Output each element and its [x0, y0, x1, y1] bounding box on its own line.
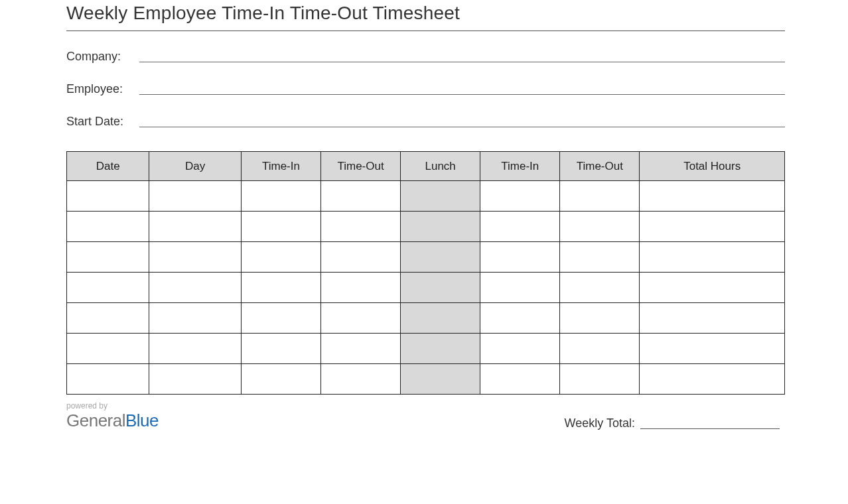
- meta-section: Company: Employee: Start Date:: [66, 50, 785, 129]
- table-cell[interactable]: [321, 242, 401, 273]
- brand-blue: Blue: [125, 410, 159, 430]
- timesheet-table: Date Day Time-In Time-Out Lunch Time-In …: [66, 151, 785, 395]
- table-cell[interactable]: [401, 334, 480, 364]
- table-cell[interactable]: [321, 364, 401, 395]
- table-cell[interactable]: [241, 364, 320, 395]
- th-date: Date: [67, 152, 149, 181]
- table-cell[interactable]: [401, 364, 480, 395]
- table-row: [67, 273, 785, 303]
- table-cell[interactable]: [149, 334, 241, 364]
- table-cell[interactable]: [241, 334, 320, 364]
- table-cell[interactable]: [401, 303, 480, 334]
- table-cell[interactable]: [480, 364, 560, 395]
- table-row: [67, 242, 785, 273]
- weekly-total-label: Weekly Total:: [565, 416, 640, 430]
- table-cell[interactable]: [149, 273, 241, 303]
- page-title: Weekly Employee Time-In Time-Out Timeshe…: [66, 0, 785, 31]
- table-cell[interactable]: [560, 303, 640, 334]
- employee-input-line[interactable]: [139, 94, 785, 95]
- powered-by-text: powered by: [66, 401, 159, 410]
- th-totalhours: Total Hours: [640, 152, 785, 181]
- weekly-total: Weekly Total:: [565, 416, 780, 430]
- table-cell[interactable]: [149, 212, 241, 242]
- table-cell[interactable]: [640, 212, 785, 242]
- table-cell[interactable]: [149, 242, 241, 273]
- startdate-label: Start Date:: [66, 115, 139, 129]
- table-cell[interactable]: [640, 364, 785, 395]
- employee-row: Employee:: [66, 82, 785, 96]
- table-cell[interactable]: [640, 242, 785, 273]
- table-cell[interactable]: [401, 273, 480, 303]
- th-timein-1: Time-In: [241, 152, 320, 181]
- table-cell[interactable]: [149, 364, 241, 395]
- table-cell[interactable]: [149, 303, 241, 334]
- table-row: [67, 181, 785, 212]
- table-cell[interactable]: [560, 364, 640, 395]
- table-cell[interactable]: [480, 303, 560, 334]
- table-cell[interactable]: [480, 212, 560, 242]
- th-timein-2: Time-In: [480, 152, 560, 181]
- table-cell[interactable]: [321, 181, 401, 212]
- table-cell[interactable]: [560, 334, 640, 364]
- table-cell[interactable]: [241, 273, 320, 303]
- table-cell[interactable]: [149, 181, 241, 212]
- table-cell[interactable]: [640, 303, 785, 334]
- weekly-total-input-line[interactable]: [640, 428, 780, 429]
- table-cell[interactable]: [321, 303, 401, 334]
- table-cell[interactable]: [67, 303, 149, 334]
- table-cell[interactable]: [241, 181, 320, 212]
- brand-name: GeneralBlue: [66, 410, 159, 431]
- table-cell[interactable]: [67, 212, 149, 242]
- table-cell[interactable]: [401, 181, 480, 212]
- footer: powered by GeneralBlue Weekly Total:: [66, 401, 785, 432]
- employee-label: Employee:: [66, 82, 139, 96]
- table-cell[interactable]: [560, 181, 640, 212]
- table-cell[interactable]: [640, 334, 785, 364]
- table-cell[interactable]: [480, 181, 560, 212]
- startdate-row: Start Date:: [66, 115, 785, 129]
- timesheet-table-wrap: Date Day Time-In Time-Out Lunch Time-In …: [66, 151, 785, 395]
- table-cell[interactable]: [401, 242, 480, 273]
- table-cell[interactable]: [560, 273, 640, 303]
- company-row: Company:: [66, 50, 785, 64]
- table-cell[interactable]: [67, 273, 149, 303]
- table-row: [67, 303, 785, 334]
- table-cell[interactable]: [67, 242, 149, 273]
- table-cell[interactable]: [640, 273, 785, 303]
- table-cell[interactable]: [241, 303, 320, 334]
- table-cell[interactable]: [480, 242, 560, 273]
- table-cell[interactable]: [321, 334, 401, 364]
- th-timeout-2: Time-Out: [560, 152, 640, 181]
- table-cell[interactable]: [321, 212, 401, 242]
- table-cell[interactable]: [241, 242, 320, 273]
- table-body: [67, 181, 785, 395]
- brand-general: General: [66, 410, 125, 430]
- table-cell[interactable]: [640, 181, 785, 212]
- table-cell[interactable]: [67, 334, 149, 364]
- th-timeout-1: Time-Out: [321, 152, 401, 181]
- table-cell[interactable]: [67, 364, 149, 395]
- table-row: [67, 334, 785, 364]
- table-cell[interactable]: [321, 273, 401, 303]
- company-label: Company:: [66, 50, 139, 64]
- logo: powered by GeneralBlue: [66, 401, 159, 432]
- table-cell[interactable]: [480, 334, 560, 364]
- table-cell[interactable]: [401, 212, 480, 242]
- table-cell[interactable]: [241, 212, 320, 242]
- table-header: Date Day Time-In Time-Out Lunch Time-In …: [67, 152, 785, 181]
- table-cell[interactable]: [560, 212, 640, 242]
- table-row: [67, 212, 785, 242]
- startdate-input-line[interactable]: [139, 127, 785, 127]
- table-cell[interactable]: [560, 242, 640, 273]
- table-cell[interactable]: [480, 273, 560, 303]
- timesheet-page: Weekly Employee Time-In Time-Out Timeshe…: [0, 0, 848, 432]
- th-day: Day: [149, 152, 241, 181]
- table-cell[interactable]: [67, 181, 149, 212]
- th-lunch: Lunch: [401, 152, 480, 181]
- table-row: [67, 364, 785, 395]
- company-input-line[interactable]: [139, 62, 785, 62]
